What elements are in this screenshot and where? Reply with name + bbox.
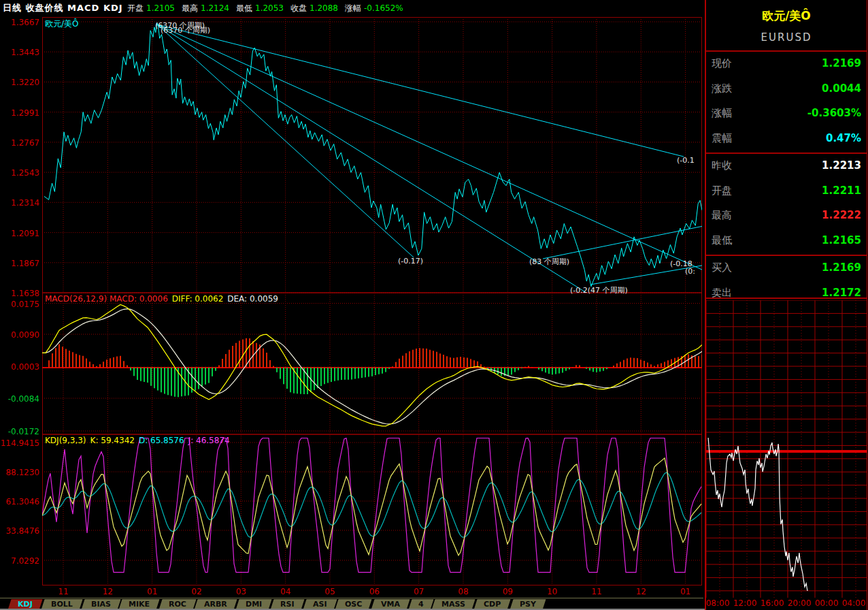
quote-row: 买入1.2169 [712,261,861,278]
quote-row-value: -0.3603% [807,107,861,119]
quote-row-label: 开盘 [712,184,732,197]
kdj-header-part: J: 46.5874 [188,436,230,445]
quote-title: 欧元/美Ô [706,8,867,24]
kdj-header: KDJ(9,3,3)K: 59.4342D: 65.8576J: 46.5874 [45,436,234,445]
macd-axis-tick: 0.0003 [0,362,39,372]
month-label: 12 [94,587,121,596]
kdj-header-part: KDJ(9,3,3) [45,436,86,445]
quote-row-value: 1.2169 [822,261,861,274]
month-label: 05 [316,587,344,596]
month-label: 02 [183,587,210,596]
stat-value: 1.2053 [255,3,284,13]
macd-axis-tick: 0.0175 [0,300,39,309]
macd-header-part: DEA: 0.0059 [227,294,278,304]
top-bar: 日线 收盘价线 MACD KDJ 开盘1.2105最高1.2124最低1.205… [0,0,703,15]
price-annotation: (83 个周期) [529,257,569,267]
quote-row-value: 1.2169 [822,57,861,69]
quote-row: 最高1.2222 [712,209,861,225]
macd-header-part: DIFF: 0.0062 [172,294,224,304]
kdj-axis-tick: 33.8476 [0,526,39,536]
kdj-axis-tick: 88.1230 [0,468,39,477]
quote-row-value: 0.0044 [822,82,861,95]
month-label: 09 [494,587,521,596]
price-axis-tick: 1.2314 [0,198,39,208]
stat-value: 1.2124 [201,3,229,13]
quote-row-value: 1.2213 [822,159,861,172]
quote-row-value: 1.2222 [822,209,861,221]
month-label: 10 [539,587,566,596]
price-pane-symbol-label: 欧元/美Ô [45,18,79,30]
month-label: 07 [405,587,433,596]
quote-row-label: 买入 [712,261,732,274]
kdj-axis-tick: 61.3046 [0,497,39,507]
quote-row-label: 最低 [712,234,732,247]
time-label: 08:00 [703,598,733,608]
month-label: 11 [50,587,77,596]
daily-stats: 开盘1.2105最高1.2124最低1.2053收盘1.2088涨幅-0.165… [120,3,403,14]
price-axis-tick: 1.1638 [0,289,39,298]
trading-app-window: 日线 收盘价线 MACD KDJ 开盘1.2105最高1.2124最低1.205… [0,0,868,610]
macd-axis-tick: 0.0090 [0,330,39,340]
stat-value: 1.2105 [146,3,175,13]
sidebar-separator [706,298,867,299]
month-label: 11 [583,587,610,596]
indicator-selection-label: 日线 收盘价线 MACD KDJ [3,2,123,14]
price-axis-tick: 1.3220 [0,78,39,87]
price-axis-tick: 1.3443 [0,48,39,57]
quote-row: 涨跌0.0044 [712,82,861,99]
quote-row-label: 震幅 [712,132,732,145]
price-axis-tick: 1.2091 [0,229,39,238]
month-label: 08 [450,587,477,596]
price-axis-tick: 1.2767 [0,138,39,148]
price-axis-tick: 1.3667 [0,18,39,27]
price-axis-tick: 1.1867 [0,259,39,268]
kdj-axis-tick: 114.9415 [0,438,39,448]
month-label: 01 [139,587,166,596]
quote-row: 震幅0.47% [712,132,861,148]
stat-label: 最高 [182,3,198,13]
macd-header-part: MACD(26,12,9) MACD: 0.0006 [45,294,168,304]
quote-row: 最低1.2165 [712,234,861,251]
quote-row-value: 1.2165 [822,234,861,246]
price-annotation: (-0.17) [398,257,423,266]
macd-header: MACD(26,12,9) MACD: 0.0006DIFF: 0.0062DE… [45,294,282,304]
quote-row: 开盘1.2211 [712,184,861,201]
macd-axis-tick: -0.0172 [0,427,39,436]
price-annotation: (-0.1 [677,156,695,165]
stat-value: -0.1652% [364,3,403,13]
price-axis-tick: 1.2991 [0,108,39,118]
stat-value: 1.2088 [310,3,338,13]
stat-label: 开盘 [127,3,144,13]
stat-label: 涨幅 [345,3,361,13]
quote-row-label: 涨幅 [712,107,732,120]
time-label: 12:00 [730,598,760,608]
intraday-mini-chart[interactable] [706,300,867,598]
sidebar-separator [706,255,867,256]
price-annotation: (0: [685,267,695,276]
month-label: 03 [227,587,254,596]
month-label: 06 [361,587,388,596]
stat-label: 最低 [236,3,252,13]
kdj-header-part: D: 65.8576 [139,436,184,445]
macd-axis-tick: -0.0084 [0,394,39,404]
quote-row-label: 昨收 [712,159,732,172]
time-label: 00:00 [812,598,841,608]
price-annotation: (6370 个周期) [161,25,210,35]
quote-sidebar: 欧元/美Ô EURUSD 现价1.2169涨跌0.0044涨幅-0.3603%震… [705,0,867,610]
time-label: 20:00 [784,598,814,608]
time-label: 04:00 [839,598,868,608]
price-annotation: (-0.2(47 个周期) [570,285,628,295]
time-label: 16:00 [757,598,787,608]
sidebar-separator [706,152,867,154]
quote-row-label: 涨跌 [712,82,732,95]
quote-row: 昨收1.2213 [712,159,861,176]
stat-label: 收盘 [290,3,307,13]
quote-row: 现价1.2169 [712,57,861,74]
month-label: 12 [627,587,654,596]
quote-row-label: 最高 [712,209,732,222]
month-label: 01 [672,587,699,596]
quote-row-value: 1.2172 [822,287,861,299]
quote-symbol: EURUSD [706,31,867,44]
kdj-header-part: K: 59.4342 [90,436,135,445]
quote-row-value: 0.47% [826,132,861,144]
